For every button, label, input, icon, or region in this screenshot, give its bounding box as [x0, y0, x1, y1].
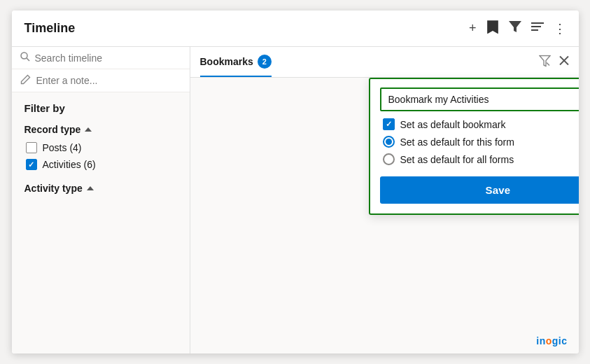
bookmark-icon[interactable] — [486, 20, 499, 37]
option-all-forms-label: Set as default for all forms — [400, 154, 514, 165]
svg-point-3 — [21, 52, 27, 59]
option-default-form-label: Set as default for this form — [400, 136, 514, 148]
option-default-form: Set as default for this form — [383, 136, 579, 148]
search-input[interactable] — [35, 52, 181, 64]
default-bookmark-checkbox[interactable] — [383, 118, 395, 130]
inogic-branding: inogic — [536, 335, 567, 346]
posts-label: Posts (4) — [43, 142, 82, 153]
left-column: Filter by Record type Posts (4) Activiti… — [12, 47, 190, 354]
filter-clear-icon[interactable] — [539, 55, 551, 69]
filter-by-label: Filter by — [24, 102, 177, 114]
right-content: Bookmarks 2 — [190, 47, 579, 354]
posts-checkbox[interactable] — [26, 142, 37, 153]
page-title: Timeline — [24, 21, 76, 36]
add-icon[interactable]: + — [469, 21, 477, 36]
radio-inner-dot — [386, 139, 392, 145]
bookmarks-tab-bar: Bookmarks 2 — [190, 47, 579, 78]
search-icon — [20, 52, 30, 64]
bookmark-name-input[interactable] — [380, 88, 579, 111]
filter-panel: Filter by Record type Posts (4) Activiti… — [12, 92, 190, 354]
activity-type-chevron[interactable] — [87, 186, 94, 190]
timeline-window: Timeline + ⋮ — [12, 10, 579, 354]
activities-label: Activities (6) — [43, 159, 96, 170]
svg-line-5 — [547, 62, 549, 65]
svg-line-4 — [27, 58, 29, 61]
bookmark-popup: Set as default bookmark Set as default f… — [369, 78, 579, 215]
close-icon[interactable] — [559, 56, 569, 69]
activity-type-section: Activity type — [24, 183, 177, 194]
default-this-form-radio[interactable] — [383, 136, 395, 148]
record-type-section: Record type — [24, 124, 177, 135]
header-actions: + ⋮ — [469, 20, 566, 37]
more-options-icon[interactable]: ⋮ — [554, 21, 566, 36]
bookmarks-tab[interactable]: Bookmarks 2 — [200, 48, 272, 77]
activities-checkbox[interactable] — [26, 159, 37, 170]
option-default-bookmark: Set as default bookmark — [383, 118, 579, 130]
sort-icon[interactable] — [531, 21, 544, 36]
all-forms-radio[interactable] — [383, 153, 395, 165]
filter-icon[interactable] — [509, 21, 521, 36]
record-type-chevron[interactable] — [85, 127, 92, 132]
save-button[interactable]: Save — [380, 176, 579, 204]
option-default-bookmark-label: Set as default bookmark — [400, 119, 506, 130]
bookmark-count-badge: 2 — [258, 55, 272, 69]
bookmarks-tab-label: Bookmarks — [200, 56, 253, 67]
inogic-logo-text: inogic — [536, 335, 567, 346]
activity-type-label: Activity type — [24, 183, 83, 194]
header: Timeline + ⋮ — [12, 10, 579, 47]
activity-type-title: Activity type — [24, 183, 177, 194]
filter-item-activities: Activities (6) — [26, 159, 177, 170]
search-bar — [12, 47, 190, 69]
filter-item-posts: Posts (4) — [26, 142, 177, 153]
pencil-icon — [20, 74, 31, 87]
option-all-forms: Set as default for all forms — [383, 153, 579, 165]
note-bar — [12, 69, 190, 92]
note-input[interactable] — [36, 75, 159, 86]
record-type-label: Record type — [24, 124, 81, 135]
